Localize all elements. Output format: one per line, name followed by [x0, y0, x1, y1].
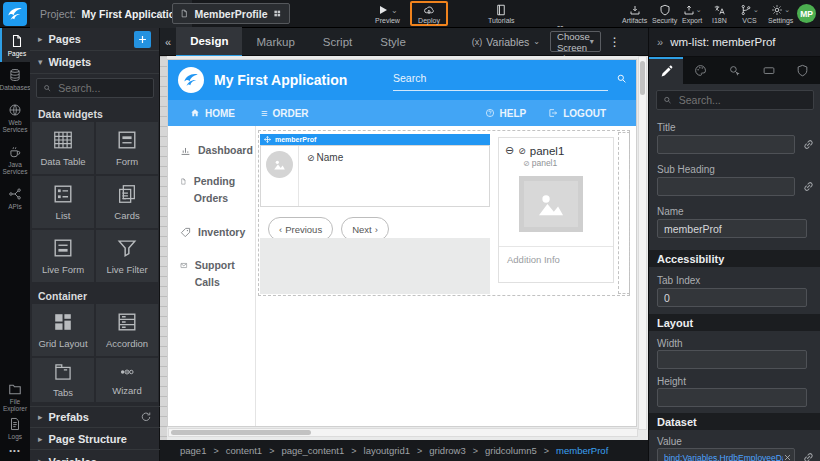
collapse-circle-icon[interactable]: ⊖ [505, 144, 514, 157]
rail-item-java-services[interactable]: Java Services [0, 139, 30, 181]
panel-footer[interactable]: Addition Info [507, 254, 560, 265]
menu-item-inventory[interactable]: Inventory [180, 224, 255, 241]
name-input[interactable] [657, 219, 807, 238]
canvas-vscrollbar[interactable] [638, 56, 647, 430]
export-button[interactable]: ⌄ Export [682, 0, 702, 28]
rail-item-apis[interactable]: APIs [0, 181, 30, 215]
tab-design[interactable]: Design [176, 27, 242, 57]
rail-item-databases[interactable]: Databases [0, 62, 30, 96]
crumb-content1[interactable]: content1 [226, 445, 262, 456]
height-input[interactable] [657, 388, 807, 407]
settings-button[interactable]: ⌄ Settings [768, 0, 793, 28]
widget-tile-grid-layout[interactable]: Grid Layout [32, 304, 94, 356]
widget-tile-form[interactable]: Form [96, 122, 158, 174]
crumb-gridcolumn5[interactable]: gridcolumn5 [485, 445, 537, 456]
list-widget-memberprof[interactable]: memberProf ⊘ Name ‹Previous Next› [260, 134, 490, 241]
properties-search-input[interactable] [677, 93, 807, 107]
crumb-page1[interactable]: page1 [180, 445, 206, 456]
value-bind-link-icon[interactable] [802, 451, 815, 461]
wavemaker-logo[interactable] [3, 2, 27, 26]
widget-tile-live-form[interactable]: Live Form [32, 230, 94, 282]
nav-home[interactable]: HOME [190, 108, 235, 119]
layout-section[interactable]: Layout [649, 314, 820, 331]
more-options-icon[interactable]: ⋮ [609, 35, 621, 49]
panel-widget-panel1[interactable]: ⊖ ⊘ panel1 ⊘ panel1 Addition Info [498, 137, 614, 283]
i18n-button[interactable]: I18N [712, 0, 727, 28]
item-name-binding[interactable]: ⊘ Name [307, 152, 343, 163]
collapse-right-panel-icon[interactable]: » [657, 36, 663, 48]
tab-markup[interactable]: Markup [242, 28, 308, 56]
menu-item-support-calls[interactable]: Support Calls [180, 257, 242, 291]
variables-section-header[interactable]: ▸ Variables [30, 450, 160, 461]
widgets-section-header[interactable]: ▾ Widgets [30, 51, 159, 74]
tutorials-button[interactable]: Tutorials [488, 0, 515, 28]
tab-styles[interactable] [683, 57, 717, 84]
dataset-section[interactable]: Dataset [649, 413, 820, 430]
list-item[interactable]: ⊘ Name [260, 145, 490, 207]
nav-help[interactable]: HELP [485, 108, 527, 119]
crumb-layoutgrid1[interactable]: layoutgrid1 [364, 445, 410, 456]
prefabs-section-header[interactable]: ▸ Prefabs [30, 406, 160, 428]
widget-tile-live-filter[interactable]: Live Filter [96, 230, 158, 282]
user-avatar[interactable]: MP [797, 4, 816, 23]
list-widget-header[interactable]: memberProf [260, 134, 490, 145]
tab-security[interactable] [786, 57, 820, 84]
app-search-field[interactable]: Search [393, 72, 608, 91]
rail-item-pages[interactable]: Pages [0, 28, 32, 62]
width-input[interactable] [657, 350, 807, 369]
pages-section-header[interactable]: ▸ Pages [30, 28, 159, 51]
project-chip[interactable]: Project: My First Application [30, 0, 192, 28]
properties-search[interactable] [656, 90, 814, 110]
crumb-page-content1[interactable]: page_content1 [281, 445, 344, 456]
page-structure-section-header[interactable]: ▸ Page Structure [30, 428, 160, 450]
rail-item-logs[interactable]: Logs [0, 411, 30, 445]
empty-grid-column[interactable] [618, 132, 630, 294]
move-icon [264, 136, 271, 143]
menu-item-pending-orders[interactable]: Pending Orders [180, 173, 242, 207]
collapse-left-panel-icon[interactable]: « [160, 36, 176, 48]
canvas-hscrollbar[interactable] [168, 428, 638, 437]
app-search-icon[interactable] [616, 73, 627, 84]
add-page-button[interactable] [134, 31, 151, 48]
widget-tile-wizard[interactable]: Wizard [96, 358, 158, 402]
artifacts-button[interactable]: Artifacts [622, 0, 647, 28]
tab-device[interactable] [752, 57, 786, 84]
security-button[interactable]: Security [652, 0, 677, 28]
nav-logout[interactable]: LOGOUT [548, 108, 606, 119]
rail-item-web-services[interactable]: Web Services [0, 97, 30, 139]
widget-search[interactable] [36, 78, 154, 98]
widget-search-input[interactable] [56, 81, 147, 95]
crumb-gridrow3[interactable]: gridrow3 [429, 445, 465, 456]
tab-index-input[interactable] [657, 288, 807, 307]
rail-more-icon[interactable]: ••• [0, 446, 30, 455]
variables-menu[interactable]: (x) Variables ⌄ [472, 36, 540, 48]
screen-size-dropdown[interactable]: -- Choose Screen Size -- ▾ [550, 31, 601, 52]
vcs-button[interactable]: ⌄ VCS [740, 0, 759, 28]
title-bind-link-icon[interactable] [802, 138, 815, 151]
widget-tile-accordion[interactable]: Accordion [96, 304, 158, 356]
refresh-icon[interactable] [140, 411, 152, 423]
title-input[interactable] [657, 135, 795, 154]
tab-events[interactable] [717, 57, 751, 84]
preview-button[interactable]: ⌄ Preview [375, 0, 400, 28]
tab-script[interactable]: Script [309, 28, 366, 56]
panel-image-placeholder[interactable] [519, 176, 583, 232]
widget-tile-data-table[interactable]: Data Table [32, 122, 94, 174]
deploy-button[interactable]: Deploy [410, 1, 448, 26]
nav-order[interactable]: ≡ ORDER [261, 107, 309, 119]
tab-style[interactable]: Style [366, 28, 420, 56]
widgets-panel: ▸ Pages ▾ Widgets Data widgets Data Tabl… [30, 28, 160, 461]
widget-tile-cards[interactable]: Cards [96, 176, 158, 228]
accessibility-section[interactable]: Accessibility [649, 250, 820, 267]
tab-properties[interactable] [649, 57, 683, 84]
subheading-bind-link-icon[interactable] [802, 180, 815, 193]
widget-tile-list[interactable]: List [32, 176, 94, 228]
crumb-memberprof-active[interactable]: memberProf [556, 445, 608, 456]
subheading-input[interactable] [657, 177, 795, 196]
value-input[interactable]: bind:Variables.HrdbEmployeeData.data [657, 448, 795, 461]
app-logo[interactable] [178, 67, 204, 93]
clear-binding-icon[interactable] [783, 453, 792, 461]
menu-item-dashboard[interactable]: Dashboard [180, 142, 255, 159]
page-tab-memberprofile[interactable]: MemberProfile [172, 3, 290, 24]
widget-tile-tabs[interactable]: Tabs [32, 358, 94, 402]
